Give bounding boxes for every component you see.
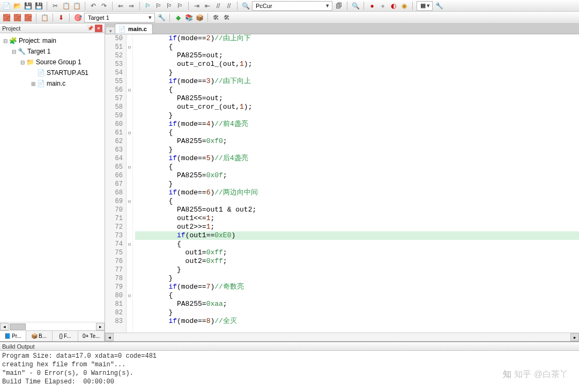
- project-panel-header: Project 📌 ×: [0, 24, 105, 33]
- build-output-text[interactable]: Program Size: data=17.0 xdata=0 code=481…: [0, 351, 579, 392]
- expand-icon[interactable]: ⊟: [11, 49, 17, 55]
- file-icon: 📄: [118, 26, 126, 33]
- comment-icon[interactable]: //: [214, 2, 222, 10]
- window-combo[interactable]: ▦ ▾: [417, 1, 433, 11]
- node-icon: 📁: [26, 58, 34, 66]
- build-icon[interactable]: 🧱: [2, 13, 11, 22]
- target-combo-text: Target 1: [88, 14, 109, 21]
- bookmark-clear-icon[interactable]: 🏳: [176, 2, 184, 10]
- node-label: Project: main: [19, 37, 56, 44]
- project-panel-title: Project: [2, 25, 20, 32]
- options-icon[interactable]: 🔧: [157, 13, 166, 22]
- expand-icon[interactable]: ⊞: [30, 81, 36, 87]
- breakpoint-kill-icon[interactable]: ◉: [400, 2, 409, 10]
- tab-label: Te...: [90, 333, 100, 339]
- target-combo[interactable]: Target 1 ▾: [84, 13, 155, 22]
- batch-build-icon[interactable]: 📋: [40, 13, 49, 22]
- build-all-icon[interactable]: 🧱: [13, 13, 21, 22]
- chevron-down-icon: ▾: [147, 14, 153, 21]
- find-icon[interactable]: 🔍: [241, 2, 250, 10]
- chevron-down-icon: ▾: [426, 2, 431, 9]
- pack-icon[interactable]: 📦: [195, 13, 204, 22]
- editor-hscroll[interactable]: ◂ ▸: [105, 333, 579, 341]
- node-icon: 📄: [36, 69, 45, 77]
- project-tab[interactable]: {}F...: [53, 331, 79, 341]
- tab-label: B...: [39, 333, 47, 339]
- paste-icon[interactable]: 📋: [72, 2, 81, 10]
- build-output-title: Build Output: [2, 343, 35, 350]
- bookmark-next-icon[interactable]: 🏳: [165, 2, 174, 10]
- project-tab[interactable]: 0+Te...: [78, 331, 105, 341]
- close-icon[interactable]: ×: [95, 25, 102, 32]
- tree-node[interactable]: ⊟📁Source Group 1: [0, 57, 105, 67]
- toolbar-row-2: 🧱 🧱 🧱 📋 ⬇ 🎯 Target 1 ▾ 🔧 ◆ 📚 📦 🛠 🛠: [0, 12, 579, 24]
- editor-tab-main-c[interactable]: 📄 main.c: [115, 24, 153, 34]
- bookmark-prev-icon[interactable]: 🏳: [154, 2, 163, 10]
- breakpoint-gray-icon[interactable]: ●: [378, 2, 387, 10]
- toolbar-row-1: 📄 📂 💾 💾 ✂ 📋 📋 ↶ ↷ ⇐ ⇒ 🏳 🏳 🏳 🏳 ⇥ ⇤ // // …: [0, 0, 579, 12]
- project-hscroll[interactable]: ◂ ▸: [0, 322, 105, 330]
- tool1-icon[interactable]: 🛠: [212, 13, 220, 22]
- code-area[interactable]: 5051525354555657585960616263646566676869…: [105, 34, 579, 333]
- tab-scroll-icon[interactable]: ▾: [109, 28, 112, 34]
- scroll-right-icon[interactable]: ▸: [570, 333, 579, 341]
- tab-icon: 0+: [83, 333, 88, 339]
- undo-icon[interactable]: ↶: [89, 2, 98, 10]
- find-in-files-icon[interactable]: 🗐: [335, 2, 343, 10]
- build-output-panel: Build Output Program Size: data=17.0 xda…: [0, 341, 579, 392]
- target-icon[interactable]: 🎯: [73, 13, 82, 22]
- save-icon[interactable]: 💾: [24, 2, 32, 10]
- books-icon[interactable]: 📚: [184, 13, 193, 22]
- editor-tab-label: main.c: [128, 26, 147, 32]
- tree-node[interactable]: ⊟🧩Project: main: [0, 35, 105, 46]
- pin-icon[interactable]: 📌: [86, 25, 94, 32]
- node-icon: 📄: [36, 80, 45, 87]
- code-text[interactable]: if(mode==2)//由上向下 { PA8255=out; out=_cro…: [133, 34, 579, 333]
- rebuild-icon[interactable]: 🧱: [24, 13, 32, 22]
- find-combo-text: PcCur: [256, 3, 272, 9]
- manage-rte-icon[interactable]: ◆: [174, 13, 182, 22]
- find-combo[interactable]: PcCur ▾: [252, 1, 332, 11]
- config-icon[interactable]: 🔧: [435, 2, 443, 10]
- project-tab[interactable]: 📘Pr...: [0, 331, 26, 341]
- tab-icon: 📦: [31, 333, 38, 339]
- bookmark-icon[interactable]: 🏳: [144, 2, 152, 10]
- project-tab[interactable]: 📦B...: [26, 331, 53, 341]
- open-icon[interactable]: 📂: [13, 2, 21, 10]
- download-icon[interactable]: ⬇: [57, 13, 65, 22]
- expand-icon[interactable]: ⊟: [2, 38, 9, 44]
- cut-icon[interactable]: ✂: [51, 2, 60, 10]
- editor-pane: ▾ 📄 main.c 50515253545556575859606162636…: [105, 24, 579, 341]
- outdent-icon[interactable]: ⇤: [203, 2, 212, 10]
- scroll-right-icon[interactable]: ▸: [96, 323, 105, 330]
- scroll-left-icon[interactable]: ◂: [0, 323, 9, 330]
- tree-node[interactable]: ⊞📄main.c: [0, 78, 105, 89]
- tool2-icon[interactable]: 🛠: [222, 13, 231, 22]
- tab-icon: {}: [59, 333, 63, 339]
- save-all-icon[interactable]: 💾: [34, 2, 43, 10]
- breakpoint-red-icon[interactable]: ●: [368, 2, 376, 10]
- scroll-left-icon[interactable]: ◂: [105, 333, 114, 341]
- nav-fwd-icon[interactable]: ⇒: [127, 2, 136, 10]
- node-label: Source Group 1: [36, 58, 81, 66]
- debug-icon[interactable]: 🔍: [351, 2, 360, 10]
- tree-node[interactable]: 📄STARTUP.A51: [0, 67, 105, 78]
- expand-icon[interactable]: ⊟: [19, 59, 26, 65]
- line-number-gutter: 5051525354555657585960616263646566676869…: [105, 34, 127, 333]
- project-tree[interactable]: ⊟🧩Project: main⊟🔧Target 1⊟📁Source Group …: [0, 33, 105, 322]
- new-file-icon[interactable]: 📄: [2, 2, 11, 10]
- tab-label: Pr...: [12, 333, 21, 339]
- copy-icon[interactable]: 📋: [62, 2, 70, 10]
- indent-icon[interactable]: ⇥: [192, 2, 201, 10]
- node-label: Target 1: [27, 48, 50, 55]
- fold-column[interactable]: ⊟⊟⊟⊟⊟⊟⊟: [127, 34, 133, 333]
- scroll-thumb[interactable]: [10, 323, 26, 330]
- project-panel: Project 📌 × ⊟🧩Project: main⊟🔧Target 1⊟📁S…: [0, 24, 105, 341]
- breakpoint-disable-icon[interactable]: ◐: [389, 2, 398, 10]
- nav-back-icon[interactable]: ⇐: [116, 2, 125, 10]
- redo-icon[interactable]: ↷: [100, 2, 108, 10]
- window-icon: ▦: [420, 2, 426, 9]
- uncomment-icon[interactable]: //: [225, 2, 233, 10]
- tree-node[interactable]: ⊟🔧Target 1: [0, 46, 105, 57]
- node-icon: 🧩: [9, 37, 17, 44]
